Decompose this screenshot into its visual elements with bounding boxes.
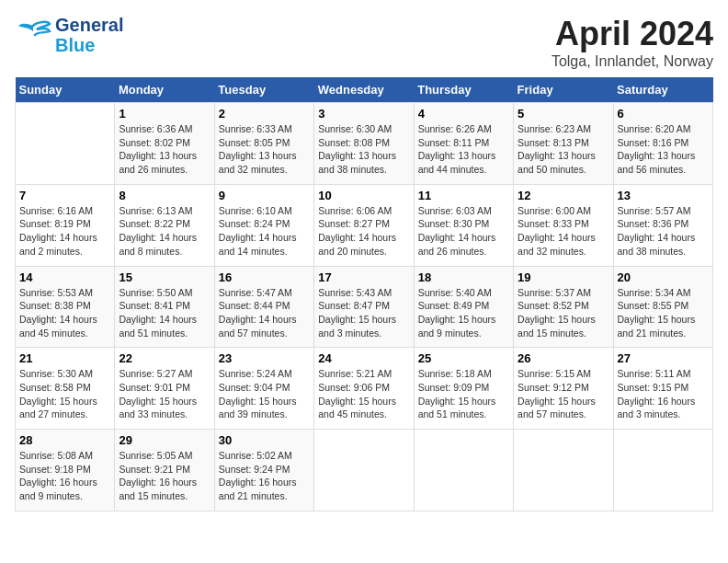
day-number: 7: [19, 189, 110, 202]
title-area: April 2024 Tolga, Innlandet, Norway: [552, 15, 713, 70]
calendar-cell: 16Sunrise: 5:47 AM Sunset: 8:44 PM Dayli…: [214, 266, 313, 348]
day-info: Sunrise: 5:08 AM Sunset: 9:18 PM Dayligh…: [19, 449, 110, 503]
calendar-cell: 17Sunrise: 5:43 AM Sunset: 8:47 PM Dayli…: [314, 266, 414, 348]
col-header-monday: Monday: [115, 77, 214, 103]
day-info: Sunrise: 6:23 AM Sunset: 8:13 PM Dayligh…: [518, 122, 609, 177]
day-info: Sunrise: 5:34 AM Sunset: 8:55 PM Dayligh…: [618, 286, 709, 340]
logo-general: General: [55, 15, 123, 35]
week-row-3: 14Sunrise: 5:53 AM Sunset: 8:38 PM Dayli…: [16, 266, 713, 348]
calendar-cell: 24Sunrise: 5:21 AM Sunset: 9:06 PM Dayli…: [314, 348, 414, 430]
week-row-5: 28Sunrise: 5:08 AM Sunset: 9:18 PM Dayli…: [16, 430, 713, 511]
day-number: 14: [19, 270, 110, 284]
calendar-cell: [314, 430, 414, 511]
day-number: 27: [618, 351, 709, 365]
day-info: Sunrise: 5:37 AM Sunset: 8:52 PM Dayligh…: [518, 286, 609, 340]
day-info: Sunrise: 6:20 AM Sunset: 8:16 PM Dayligh…: [618, 122, 709, 177]
logo: General Blue: [15, 15, 123, 55]
day-number: 10: [318, 189, 409, 202]
day-info: Sunrise: 5:05 AM Sunset: 9:21 PM Dayligh…: [119, 449, 210, 503]
day-info: Sunrise: 5:47 AM Sunset: 8:44 PM Dayligh…: [219, 286, 310, 340]
calendar-cell: 18Sunrise: 5:40 AM Sunset: 8:49 PM Dayli…: [414, 266, 513, 348]
day-info: Sunrise: 5:43 AM Sunset: 8:47 PM Dayligh…: [318, 286, 409, 340]
day-number: 18: [418, 270, 509, 284]
day-info: Sunrise: 6:36 AM Sunset: 8:02 PM Dayligh…: [119, 122, 210, 177]
calendar-cell: 23Sunrise: 5:24 AM Sunset: 9:04 PM Dayli…: [214, 348, 313, 430]
day-number: 4: [418, 107, 509, 121]
day-number: 6: [618, 107, 709, 121]
calendar-cell: 29Sunrise: 5:05 AM Sunset: 9:21 PM Dayli…: [115, 430, 214, 511]
calendar-cell: 2Sunrise: 6:33 AM Sunset: 8:05 PM Daylig…: [214, 103, 313, 185]
calendar-cell: 15Sunrise: 5:50 AM Sunset: 8:41 PM Dayli…: [115, 266, 214, 348]
week-row-4: 21Sunrise: 5:30 AM Sunset: 8:58 PM Dayli…: [16, 348, 713, 430]
day-number: 3: [318, 107, 409, 121]
day-number: 22: [119, 351, 210, 365]
day-info: Sunrise: 6:13 AM Sunset: 8:22 PM Dayligh…: [119, 204, 210, 259]
day-number: 8: [119, 189, 210, 202]
day-info: Sunrise: 6:00 AM Sunset: 8:33 PM Dayligh…: [518, 204, 609, 259]
calendar-cell: 13Sunrise: 5:57 AM Sunset: 8:36 PM Dayli…: [613, 184, 712, 266]
day-info: Sunrise: 6:26 AM Sunset: 8:11 PM Dayligh…: [418, 122, 509, 177]
day-info: Sunrise: 5:02 AM Sunset: 9:24 PM Dayligh…: [219, 449, 310, 503]
day-number: 1: [119, 107, 210, 121]
day-number: 28: [19, 433, 110, 447]
calendar-cell: 19Sunrise: 5:37 AM Sunset: 8:52 PM Dayli…: [514, 266, 613, 348]
day-info: Sunrise: 5:18 AM Sunset: 9:09 PM Dayligh…: [418, 367, 509, 421]
calendar-cell: 4Sunrise: 6:26 AM Sunset: 8:11 PM Daylig…: [414, 103, 513, 185]
week-row-2: 7Sunrise: 6:16 AM Sunset: 8:19 PM Daylig…: [16, 184, 713, 266]
day-info: Sunrise: 6:30 AM Sunset: 8:08 PM Dayligh…: [318, 122, 409, 177]
calendar-cell: 30Sunrise: 5:02 AM Sunset: 9:24 PM Dayli…: [214, 430, 313, 511]
calendar-cell: 22Sunrise: 5:27 AM Sunset: 9:01 PM Dayli…: [115, 348, 214, 430]
col-header-sunday: Sunday: [16, 77, 115, 103]
day-info: Sunrise: 5:57 AM Sunset: 8:36 PM Dayligh…: [618, 204, 709, 259]
day-info: Sunrise: 6:33 AM Sunset: 8:05 PM Dayligh…: [219, 122, 310, 177]
calendar-cell: 11Sunrise: 6:03 AM Sunset: 8:30 PM Dayli…: [414, 184, 513, 266]
calendar-cell: 27Sunrise: 5:11 AM Sunset: 9:15 PM Dayli…: [613, 348, 712, 430]
day-number: 2: [219, 107, 310, 121]
calendar-cell: 10Sunrise: 6:06 AM Sunset: 8:27 PM Dayli…: [314, 184, 414, 266]
day-number: 11: [418, 189, 509, 202]
day-number: 16: [219, 270, 310, 284]
calendar-table: SundayMondayTuesdayWednesdayThursdayFrid…: [15, 77, 713, 511]
calendar-cell: 9Sunrise: 6:10 AM Sunset: 8:24 PM Daylig…: [214, 184, 313, 266]
calendar-cell: [414, 430, 513, 511]
col-header-wednesday: Wednesday: [314, 77, 414, 103]
day-number: 19: [518, 270, 609, 284]
day-number: 17: [318, 270, 409, 284]
day-number: 12: [518, 189, 609, 202]
day-number: 25: [418, 351, 509, 365]
day-info: Sunrise: 5:50 AM Sunset: 8:41 PM Dayligh…: [119, 286, 210, 340]
month-title: April 2024: [552, 15, 713, 53]
day-number: 13: [618, 189, 709, 202]
calendar-header-row: SundayMondayTuesdayWednesdayThursdayFrid…: [16, 77, 713, 103]
day-number: 23: [219, 351, 310, 365]
calendar-cell: 21Sunrise: 5:30 AM Sunset: 8:58 PM Dayli…: [16, 348, 115, 430]
day-number: 20: [618, 270, 709, 284]
week-row-1: 1Sunrise: 6:36 AM Sunset: 8:02 PM Daylig…: [16, 103, 713, 185]
day-info: Sunrise: 5:40 AM Sunset: 8:49 PM Dayligh…: [418, 286, 509, 340]
col-header-thursday: Thursday: [414, 77, 513, 103]
col-header-friday: Friday: [514, 77, 613, 103]
logo-bird-icon: [15, 18, 51, 52]
day-number: 30: [219, 433, 310, 447]
day-number: 5: [518, 107, 609, 121]
calendar-cell: 12Sunrise: 6:00 AM Sunset: 8:33 PM Dayli…: [514, 184, 613, 266]
day-info: Sunrise: 6:16 AM Sunset: 8:19 PM Dayligh…: [19, 204, 110, 259]
day-info: Sunrise: 5:21 AM Sunset: 9:06 PM Dayligh…: [318, 367, 409, 421]
calendar-cell: 20Sunrise: 5:34 AM Sunset: 8:55 PM Dayli…: [613, 266, 712, 348]
col-header-tuesday: Tuesday: [214, 77, 313, 103]
calendar-cell: 6Sunrise: 6:20 AM Sunset: 8:16 PM Daylig…: [613, 103, 712, 185]
day-info: Sunrise: 5:30 AM Sunset: 8:58 PM Dayligh…: [19, 367, 110, 421]
day-info: Sunrise: 5:24 AM Sunset: 9:04 PM Dayligh…: [219, 367, 310, 421]
logo-blue: Blue: [55, 35, 123, 55]
calendar-cell: [16, 103, 115, 185]
calendar-cell: 14Sunrise: 5:53 AM Sunset: 8:38 PM Dayli…: [16, 266, 115, 348]
day-number: 15: [119, 270, 210, 284]
calendar-cell: 28Sunrise: 5:08 AM Sunset: 9:18 PM Dayli…: [16, 430, 115, 511]
calendar-cell: 26Sunrise: 5:15 AM Sunset: 9:12 PM Dayli…: [514, 348, 613, 430]
day-number: 24: [318, 351, 409, 365]
location: Tolga, Innlandet, Norway: [552, 53, 713, 70]
calendar-cell: 5Sunrise: 6:23 AM Sunset: 8:13 PM Daylig…: [514, 103, 613, 185]
calendar-cell: 1Sunrise: 6:36 AM Sunset: 8:02 PM Daylig…: [115, 103, 214, 185]
day-info: Sunrise: 5:53 AM Sunset: 8:38 PM Dayligh…: [19, 286, 110, 340]
day-info: Sunrise: 5:27 AM Sunset: 9:01 PM Dayligh…: [119, 367, 210, 421]
